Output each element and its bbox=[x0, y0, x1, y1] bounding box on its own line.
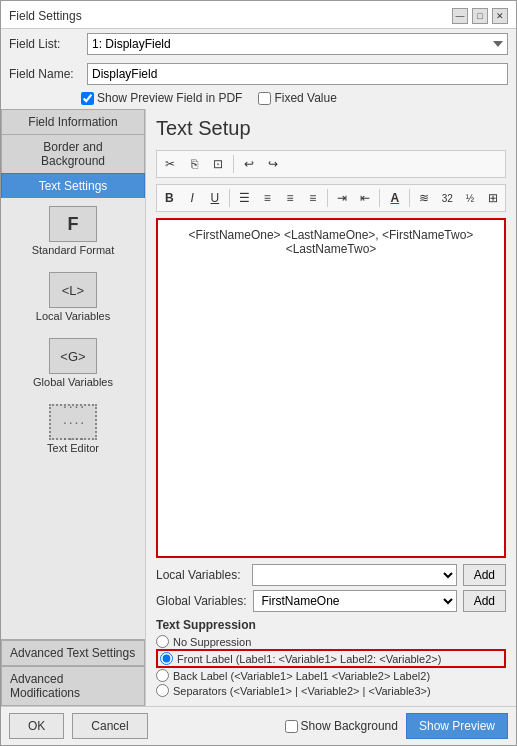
fixed-value-label: Fixed Value bbox=[274, 91, 336, 105]
local-vars-select[interactable] bbox=[252, 564, 457, 586]
no-suppression-option[interactable]: No Suppression bbox=[156, 634, 506, 649]
back-label-radio[interactable] bbox=[156, 669, 169, 682]
show-preview-checkbox-label[interactable]: Show Preview Field in PDF bbox=[81, 91, 242, 105]
content-title: Text Setup bbox=[156, 117, 506, 140]
front-label-option[interactable]: Front Label (Label1: <Variable1> Label2:… bbox=[156, 649, 506, 668]
fixed-value-checkbox-label[interactable]: Fixed Value bbox=[258, 91, 336, 105]
align-center-button[interactable]: ≡ bbox=[257, 187, 278, 209]
font-size-button[interactable]: 32 bbox=[437, 187, 458, 209]
show-background-checkbox[interactable] bbox=[285, 720, 298, 733]
local-vars-label: Local Variables: bbox=[156, 568, 246, 582]
grid-button[interactable]: ⊞ bbox=[482, 187, 503, 209]
local-variables-label: Local Variables bbox=[36, 310, 110, 322]
align-right-button[interactable]: ≡ bbox=[280, 187, 301, 209]
sidebar: Field Information Border and Background … bbox=[1, 109, 146, 706]
text-editor-content: <FirstNameOne> <LastNameOne>, <FirstName… bbox=[166, 228, 496, 256]
indent-button[interactable]: ⇥ bbox=[332, 187, 353, 209]
sidebar-field-information[interactable]: Field Information bbox=[1, 109, 145, 134]
checkbox-row: Show Preview Field in PDF Fixed Value bbox=[1, 89, 516, 109]
minimize-button[interactable]: — bbox=[452, 8, 468, 24]
back-label-label: Back Label (<Variable1> Label1 <Variable… bbox=[173, 670, 430, 682]
fraction-button[interactable]: ½ bbox=[460, 187, 481, 209]
undo-button[interactable]: ↩ bbox=[238, 153, 260, 175]
show-preview-button[interactable]: Show Preview bbox=[406, 713, 508, 739]
separators-label: Separators (<Variable1> | <Variable2> | … bbox=[173, 685, 431, 697]
content-area: Text Setup ✂ ⎘ ⊡ ↩ ↪ B I U ☰ ≡ ≡ ≡ bbox=[146, 109, 516, 706]
standard-format-label: Standard Format bbox=[32, 244, 115, 256]
ok-button[interactable]: OK bbox=[9, 713, 64, 739]
paste-button[interactable]: ⊡ bbox=[207, 153, 229, 175]
local-vars-add-button[interactable]: Add bbox=[463, 564, 506, 586]
text-suppression-title: Text Suppression bbox=[156, 618, 506, 632]
separators-radio[interactable] bbox=[156, 684, 169, 697]
show-background-text: Show Background bbox=[301, 719, 398, 733]
close-button[interactable]: ✕ bbox=[492, 8, 508, 24]
copy-button[interactable]: ⎘ bbox=[183, 153, 205, 175]
format-sep-2 bbox=[327, 189, 328, 207]
text-editor-label: Text Editor bbox=[47, 442, 99, 454]
italic-button[interactable]: I bbox=[182, 187, 203, 209]
align-left-button[interactable]: ☰ bbox=[234, 187, 255, 209]
field-list-row: Field List: 1: DisplayField bbox=[1, 29, 516, 59]
fixed-value-checkbox[interactable] bbox=[258, 92, 271, 105]
advanced-text-settings-button[interactable]: Advanced Text Settings bbox=[1, 640, 145, 666]
format-sep-4 bbox=[409, 189, 410, 207]
front-label-label: Front Label (Label1: <Variable1> Label2:… bbox=[177, 653, 441, 665]
redo-button[interactable]: ↪ bbox=[262, 153, 284, 175]
no-suppression-radio[interactable] bbox=[156, 635, 169, 648]
standard-format-icon: F bbox=[49, 206, 97, 242]
sidebar-global-variables[interactable]: <G> Global Variables bbox=[1, 330, 145, 396]
toolbar-separator-1 bbox=[233, 155, 234, 173]
show-preview-checkbox[interactable] bbox=[81, 92, 94, 105]
footer: OK Cancel Show Background Show Preview bbox=[1, 706, 516, 745]
global-vars-add-button[interactable]: Add bbox=[463, 590, 506, 612]
field-settings-window: Field Settings — □ ✕ Field List: 1: Disp… bbox=[0, 0, 517, 746]
format-sep-1 bbox=[229, 189, 230, 207]
edit-toolbar: ✂ ⎘ ⊡ ↩ ↪ bbox=[156, 150, 506, 178]
no-suppression-label: No Suppression bbox=[173, 636, 251, 648]
show-background-label[interactable]: Show Background bbox=[285, 719, 398, 733]
sidebar-advanced: Advanced Text Settings Advanced Modifica… bbox=[1, 639, 145, 706]
field-name-input[interactable] bbox=[87, 63, 508, 85]
footer-right: Show Background Show Preview bbox=[285, 713, 508, 739]
bottom-controls: Local Variables: Add Global Variables: F… bbox=[156, 564, 506, 698]
title-controls: — □ ✕ bbox=[452, 8, 508, 24]
field-list-label: Field List: bbox=[9, 37, 79, 51]
advanced-modifications-button[interactable]: Advanced Modifications bbox=[1, 666, 145, 706]
font-color-button[interactable]: A bbox=[384, 187, 405, 209]
window-title: Field Settings bbox=[9, 9, 82, 23]
global-vars-select[interactable]: FirstNameOne bbox=[253, 590, 457, 612]
main-content: Field Information Border and Background … bbox=[1, 109, 516, 706]
cancel-button[interactable]: Cancel bbox=[72, 713, 147, 739]
title-bar: Field Settings — □ ✕ bbox=[1, 1, 516, 29]
field-list-select[interactable]: 1: DisplayField bbox=[87, 33, 508, 55]
local-variables-icon: <L> bbox=[49, 272, 97, 308]
format-toolbar: B I U ☰ ≡ ≡ ≡ ⇥ ⇤ A ≋ 32 ½ ⊞ bbox=[156, 184, 506, 212]
maximize-button[interactable]: □ bbox=[472, 8, 488, 24]
text-editor-area[interactable]: <FirstNameOne> <LastNameOne>, <FirstName… bbox=[156, 218, 506, 558]
global-variables-label: Global Variables bbox=[33, 376, 113, 388]
back-label-option[interactable]: Back Label (<Variable1> Label1 <Variable… bbox=[156, 668, 506, 683]
outdent-button[interactable]: ⇤ bbox=[355, 187, 376, 209]
footer-left: OK Cancel bbox=[9, 713, 148, 739]
bold-button[interactable]: B bbox=[159, 187, 180, 209]
sidebar-standard-format[interactable]: F Standard Format bbox=[1, 198, 145, 264]
sidebar-text-settings[interactable]: Text Settings bbox=[1, 173, 145, 198]
sidebar-text-editor[interactable]: · · · ·· · · ·· · · · Text Editor bbox=[1, 396, 145, 462]
front-label-radio[interactable] bbox=[160, 652, 173, 665]
list-button[interactable]: ≋ bbox=[414, 187, 435, 209]
separators-option[interactable]: Separators (<Variable1> | <Variable2> | … bbox=[156, 683, 506, 698]
global-variables-icon: <G> bbox=[49, 338, 97, 374]
justify-button[interactable]: ≡ bbox=[302, 187, 323, 209]
sidebar-border-background[interactable]: Border and Background bbox=[1, 134, 145, 173]
sidebar-local-variables[interactable]: <L> Local Variables bbox=[1, 264, 145, 330]
local-vars-row: Local Variables: Add bbox=[156, 564, 506, 586]
show-preview-label: Show Preview Field in PDF bbox=[97, 91, 242, 105]
field-name-label: Field Name: bbox=[9, 67, 79, 81]
text-suppression: Text Suppression No Suppression Front La… bbox=[156, 618, 506, 698]
cut-button[interactable]: ✂ bbox=[159, 153, 181, 175]
global-vars-row: Global Variables: FirstNameOne Add bbox=[156, 590, 506, 612]
underline-button[interactable]: U bbox=[204, 187, 225, 209]
field-name-row: Field Name: bbox=[1, 59, 516, 89]
global-vars-label: Global Variables: bbox=[156, 594, 247, 608]
